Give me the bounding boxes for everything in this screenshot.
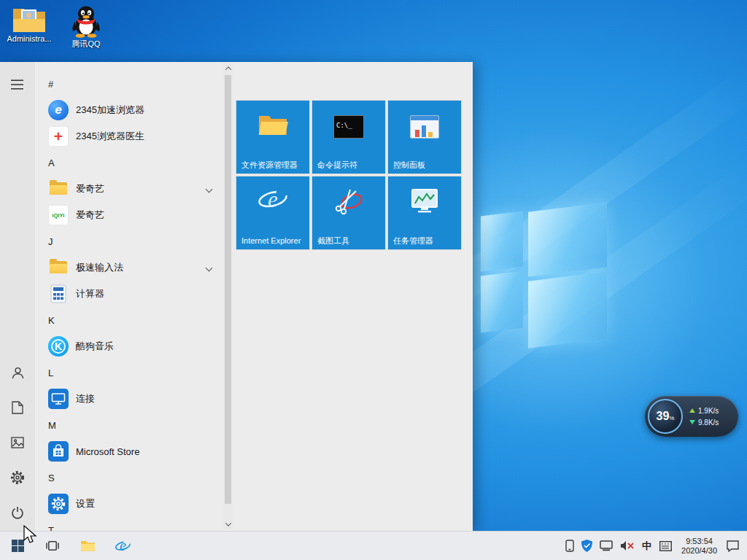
clock-date: 2020/4/30 [681, 546, 717, 556]
app-item-calculator[interactable]: 计算器 [35, 281, 222, 307]
action-center-button[interactable] [723, 532, 743, 560]
app-folder-jisu-ime[interactable]: 极速输入法 [35, 254, 222, 281]
qq-penguin-icon [70, 4, 102, 38]
desktop-icon-label: Administra... [7, 34, 51, 43]
ime-language-indicator[interactable]: 中 [638, 532, 656, 560]
taskbar-clock[interactable]: 9:53:54 2020/4/30 [676, 537, 723, 556]
section-header-hash[interactable]: # [35, 71, 222, 97]
ime-keyboard-button[interactable] [656, 532, 676, 560]
wallpaper-windows-logo [478, 206, 609, 346]
gear-icon [10, 470, 25, 485]
network-tray-button[interactable] [596, 532, 616, 560]
scrollbar-thumb[interactable] [225, 75, 231, 504]
folder-icon [48, 179, 69, 199]
app-item-microsoft-store[interactable]: Microsoft Store [35, 438, 222, 464]
taskbar-ie-button[interactable]: e [105, 532, 140, 560]
section-header-l[interactable]: L [35, 359, 222, 386]
app-list-scrollbar[interactable] [223, 63, 233, 529]
desktop-icon-qq[interactable]: 腾讯QQ [58, 4, 114, 50]
app-item-settings[interactable]: 设置 [35, 491, 222, 517]
desktop-icon-label: 腾讯QQ [71, 39, 100, 50]
command-prompt-icon: C:\_ [333, 115, 364, 139]
pictures-button[interactable] [0, 425, 35, 460]
section-header-m[interactable]: M [35, 412, 222, 438]
app-folder-iqiyi[interactable]: 爱奇艺 [35, 176, 222, 202]
desktop-icon-administrator[interactable]: Administra... [1, 4, 57, 43]
upload-arrow-icon [689, 408, 695, 413]
microsoft-store-icon [48, 441, 69, 462]
chevron-down-icon [206, 185, 213, 192]
task-manager-icon [409, 188, 441, 217]
windows-logo-icon [12, 540, 24, 552]
settings-app-icon [48, 494, 69, 514]
section-header-a[interactable]: A [35, 149, 222, 176]
usage-percent-ball[interactable]: 39% [648, 399, 683, 434]
settings-button[interactable] [0, 460, 35, 495]
app-item-kugou[interactable]: K 酷狗音乐 [35, 333, 222, 359]
keyboard-icon [659, 541, 672, 551]
start-button[interactable] [0, 532, 35, 560]
network-speeds: 1.9K/s 9.8K/s [689, 405, 719, 428]
taskbar-file-explorer-button[interactable] [70, 532, 105, 560]
task-view-icon [45, 540, 60, 552]
kugou-icon: K [48, 336, 69, 357]
internet-explorer-icon: e [257, 184, 289, 219]
start-menu-rail [0, 62, 35, 531]
section-header-j[interactable]: J [35, 228, 222, 254]
task-view-button[interactable] [35, 532, 70, 560]
tile-internet-explorer[interactable]: e Internet Explorer [236, 176, 309, 249]
app-item-iqiyi[interactable]: iQIYI 爱奇艺 [35, 202, 222, 228]
file-explorer-icon [258, 113, 288, 141]
hamburger-icon [11, 79, 24, 90]
control-panel-icon [410, 115, 439, 139]
volume-tray-button[interactable] [616, 532, 638, 560]
tile-command-prompt[interactable]: C:\_ 命令提示符 [312, 101, 385, 174]
ie-icon: e [115, 537, 131, 554]
logo-pane [481, 211, 523, 271]
folder-icon [48, 257, 69, 278]
browser-doctor-icon: + [48, 126, 69, 147]
user-icon [11, 366, 25, 380]
tile-snipping-tool[interactable]: 截图工具 [312, 176, 385, 249]
app-item-2345-browser[interactable]: e 2345加速浏览器 [35, 97, 222, 123]
iqiyi-icon: iQIYI [48, 205, 69, 225]
2345-browser-icon: e [48, 100, 69, 120]
taskbar: e 中 9:53:54 2020/4/30 [0, 531, 747, 560]
app-item-2345-browser-doctor[interactable]: + 2345浏览器医生 [35, 123, 222, 149]
logo-pane [528, 271, 607, 348]
svg-text:e: e [120, 537, 126, 553]
action-center-icon [727, 540, 739, 552]
chevron-down-icon [206, 264, 213, 271]
start-tiles-grid: 文件资源管理器 C:\_ 命令提示符 控制面板 e [236, 101, 464, 252]
logo-pane [481, 271, 523, 332]
tile-file-explorer[interactable]: 文件资源管理器 [236, 101, 309, 174]
power-icon [11, 506, 24, 519]
volume-muted-icon [620, 540, 634, 551]
tile-control-panel[interactable]: 控制面板 [388, 101, 461, 174]
security-tray-button[interactable] [578, 532, 596, 560]
documents-button[interactable] [0, 390, 35, 425]
screen: Administra... 腾讯QQ [0, 0, 747, 560]
safely-remove-hardware-button[interactable] [562, 532, 578, 560]
network-icon [600, 540, 613, 551]
tile-task-manager[interactable]: 任务管理器 [388, 176, 461, 249]
connect-icon [48, 389, 69, 409]
section-header-s[interactable]: S [35, 464, 222, 491]
scrollbar-down-arrow[interactable] [223, 519, 233, 529]
download-arrow-icon [689, 420, 695, 424]
device-icon [565, 540, 574, 552]
document-icon [12, 401, 23, 414]
scrollbar-up-arrow[interactable] [223, 63, 233, 74]
app-item-connect[interactable]: 连接 [35, 386, 222, 412]
section-header-t[interactable]: T [35, 517, 222, 531]
user-account-button[interactable] [0, 355, 35, 390]
section-header-k[interactable]: K [35, 307, 222, 333]
svg-text:e: e [268, 187, 278, 212]
calculator-icon [48, 284, 69, 304]
power-button[interactable] [0, 495, 35, 530]
administrator-folder-icon [12, 4, 47, 34]
expand-menu-button[interactable] [0, 67, 35, 102]
snipping-tool-icon [333, 187, 365, 218]
network-speed-widget[interactable]: 39% 1.9K/s 9.8K/s [645, 396, 738, 437]
shield-icon [581, 540, 592, 552]
